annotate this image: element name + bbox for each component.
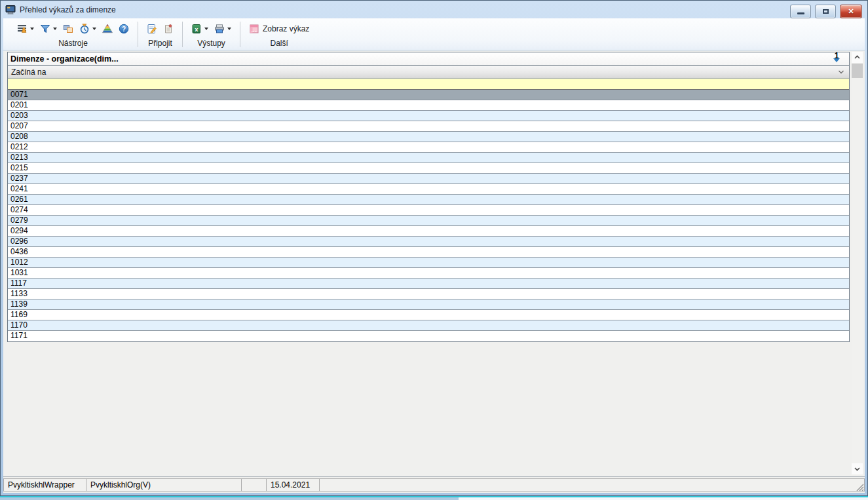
status-cell: PvykltiskhlOrg(V) [86,478,242,491]
maximize-icon [823,9,829,14]
app-window-icon [5,5,16,15]
scrollbar-thumb[interactable] [852,64,863,78]
toolbar: ? Nástroje [3,18,865,50]
toolbar-group-label-outputs: Výstupy [183,39,240,49]
attach-document-button[interactable] [160,21,176,37]
table-row[interactable]: 0279 [8,216,849,226]
column-header-label: Dimenze - organizace(dim... [10,54,119,64]
history-clock-button[interactable] [77,21,99,37]
table-row[interactable]: 0296 [8,237,849,247]
window-title: Přehled výkazů za dimenze [20,5,116,14]
table-row[interactable]: 0215 [8,163,849,174]
show-report-button[interactable]: Zobraz výkaz [246,21,312,37]
table-row[interactable]: 1117 [8,279,849,289]
layers-pyramid-button[interactable] [100,21,115,37]
status-cell: 15.04.2021 [266,478,320,491]
excel-export-button[interactable]: x [189,21,211,37]
scroll-up-button[interactable] [852,52,863,63]
status-cell: PvykltiskhlWrapper [3,478,86,491]
table-row[interactable]: 0241 [8,184,849,195]
close-button[interactable]: ✕ [840,5,862,18]
sort-down-arrow-icon [833,58,840,62]
table-row[interactable]: 0207 [8,121,849,132]
window-controls: ✕ [790,5,862,18]
toolbar-group-attach: Připojit [138,18,182,50]
filter-operator-label: Začíná na [11,67,46,77]
data-grid: Dimenze - organizace(dim... 1 Začíná na … [7,52,850,342]
toolbar-group-outputs: x Výstupy [183,18,240,50]
minimize-button[interactable] [790,5,811,18]
table-row[interactable]: 0213 [8,153,849,163]
table-row[interactable]: 0201 [8,100,849,111]
chevron-up-icon [854,54,861,60]
chevron-down-icon [227,28,231,30]
chevron-down-icon [854,466,861,472]
table-row[interactable]: 0237 [8,174,849,184]
table-row[interactable]: 1171 [8,331,849,341]
attach-note-button[interactable] [144,21,160,37]
table-row[interactable]: 1031 [8,268,849,279]
column-header[interactable]: Dimenze - organizace(dim... 1 [8,52,849,66]
toolbar-group-label-more: Další [240,39,318,49]
print-button[interactable] [212,21,234,37]
scroll-down-button[interactable] [852,463,863,474]
table-settings-button[interactable] [14,21,37,37]
toolbar-group-more: Zobraz výkaz Další [240,18,318,50]
background-window-edge [0,497,459,500]
status-cell [241,478,267,491]
table-row[interactable]: 0212 [8,142,849,153]
filter-icon [40,24,50,34]
table-row[interactable]: 1133 [8,289,849,299]
table-row[interactable]: 0071 [8,90,849,100]
background-strip [0,496,868,500]
sort-indicator: 1 [833,52,840,62]
filter-operator-dropdown[interactable]: Začíná na [8,66,849,79]
excel-export-icon: x [191,24,202,34]
table-row[interactable]: 1170 [8,320,849,331]
content-area: Dimenze - organizace(dim... 1 Začíná na … [3,50,865,476]
toolbar-group-label-tools: Nástroje [9,39,138,49]
app-window: Přehled výkazů za dimenze ✕ [0,0,868,496]
filter-button[interactable] [37,21,60,37]
toolbar-group-tools: ? Nástroje [9,18,138,50]
linked-panels-icon [63,24,73,34]
grid-rows: 0071020102030207020802120213021502370241… [8,90,849,341]
toolbar-group-label-attach: Připojit [138,39,182,49]
close-icon: ✕ [848,8,854,15]
app-body: ? Nástroje [3,18,865,493]
chevron-down-icon [204,28,208,30]
table-row[interactable]: 1012 [8,258,849,268]
history-clock-icon [79,24,90,34]
table-settings-icon [17,24,28,34]
chevron-down-icon [838,69,844,75]
help-button[interactable]: ? [116,21,132,37]
resize-grip-icon[interactable] [854,481,864,491]
filter-input[interactable] [8,79,849,90]
table-row[interactable]: 0436 [8,247,849,258]
background-fill [459,497,868,500]
chevron-down-icon [92,28,96,30]
table-row[interactable]: 1169 [8,310,849,320]
table-row[interactable]: 0294 [8,226,849,237]
table-row[interactable]: 0274 [8,205,849,216]
layers-pyramid-icon [102,24,113,34]
svg-text:?: ? [122,25,126,32]
titlebar[interactable]: Přehled výkazů za dimenze ✕ [1,1,867,18]
table-row[interactable]: 0261 [8,195,849,205]
minimize-icon [797,12,804,14]
vertical-scrollbar[interactable] [852,52,863,474]
document-pin-icon [163,24,174,34]
print-icon [214,24,225,34]
chevron-down-icon [30,28,34,30]
table-row[interactable]: 0203 [8,111,849,121]
chevron-down-icon [53,28,57,30]
statusbar: PvykltiskhlWrapperPvykltiskhlOrg(V)15.04… [3,476,865,493]
table-row[interactable]: 1139 [8,299,849,310]
report-icon [249,24,259,34]
table-row[interactable]: 0208 [8,132,849,142]
show-report-label: Zobraz výkaz [263,24,309,33]
note-edit-icon [147,24,157,34]
help-icon: ? [119,24,129,34]
maximize-button[interactable] [815,5,836,18]
linked-panels-button[interactable] [60,21,76,37]
